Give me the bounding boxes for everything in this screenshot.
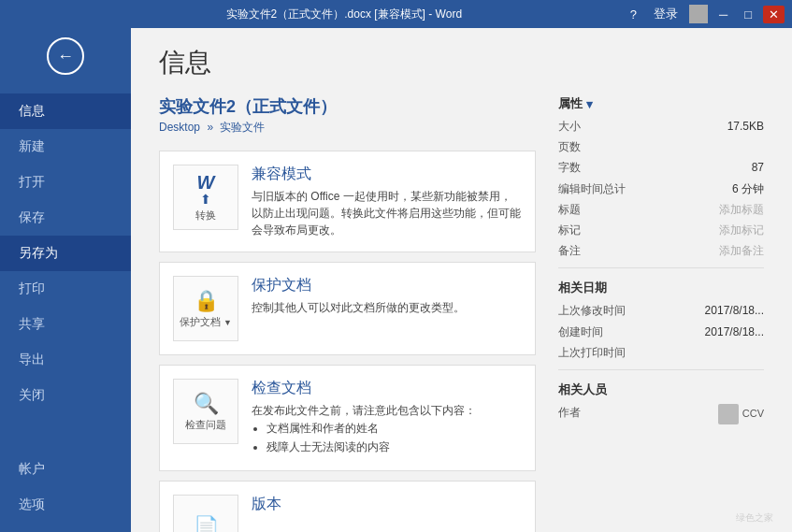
version-card: 📄 版本 <box>159 481 536 532</box>
inspect-card-content: 检查文档 在发布此文件之前，请注意此包含以下内容： 文档属性和作者的姓名 残障人… <box>252 379 476 457</box>
sidebar-item-account[interactable]: 帐户 <box>0 452 131 487</box>
page-section: 信息 实验文件2（正式文件） Desktop » 实验文件 <box>131 28 792 532</box>
compat-card: W ⬆ 转换 兼容模式 与旧版本的 Office 一起使用时，某些新功能被禁用，… <box>159 151 536 252</box>
inspect-card: 🔍 检查问题 检查文档 在发布此文件之前，请注意此包含以下内容： 文档属性和作者… <box>159 365 536 471</box>
sidebar-item-export[interactable]: 导出 <box>0 342 131 378</box>
prop-row-words: 字数 87 <box>558 159 764 177</box>
inspect-desc: 在发布此文件之前，请注意此包含以下内容： <box>252 402 476 419</box>
prop-row-printed: 上次打印时间 <box>558 344 764 362</box>
sidebar-bottom: 帐户 选项 <box>0 452 131 532</box>
inspect-title: 检查文档 <box>252 379 476 398</box>
sidebar-item-info[interactable]: 信息 <box>0 93 131 129</box>
back-button[interactable]: ← <box>47 37 84 75</box>
right-column: 属性 ▾ 大小 17.5KB 页数 字数 8 <box>558 95 764 532</box>
protect-icon-label: 保护文档 ▼ <box>180 315 232 329</box>
inspect-list-item-2: 残障人士无法阅读的内容 <box>266 438 476 456</box>
protect-icon: 🔒 <box>194 289 219 313</box>
properties-section-title: 属性 ▾ <box>558 95 764 112</box>
prop-row-size: 大小 17.5KB <box>558 118 764 136</box>
author-avatar-icon <box>718 404 739 424</box>
compat-card-content: 兼容模式 与旧版本的 Office 一起使用时，某些新功能被禁用，以防止出现问题… <box>252 165 522 238</box>
restore-button[interactable]: □ <box>739 6 757 23</box>
prop-row-author: 作者 CCV <box>558 404 764 424</box>
doc-path: Desktop » 实验文件 <box>159 120 536 136</box>
inspect-list-item-1: 文档属性和作者的姓名 <box>266 419 476 438</box>
sidebar-item-close[interactable]: 关闭 <box>0 378 131 413</box>
prop-row-created: 创建时间 2017/8/18... <box>558 324 764 341</box>
prop-row-edittime: 编辑时间总计 6 分钟 <box>558 180 764 198</box>
title-bar-controls: ? 登录 ─ □ ✕ <box>625 4 785 24</box>
sidebar-item-save[interactable]: 保存 <box>0 200 131 236</box>
inspect-icon-label: 检查问题 <box>185 418 226 432</box>
sidebar: ← 信息 新建 打开 保存 另存为 打印 共享 导出 关闭 <box>0 28 131 532</box>
sidebar-item-new[interactable]: 新建 <box>0 129 131 165</box>
title-bar: 实验文件2（正式文件）.docx [兼容模式] - Word ? 登录 ─ □ … <box>0 0 792 28</box>
minimize-button[interactable]: ─ <box>713 6 733 23</box>
page-title: 信息 <box>159 45 764 80</box>
protect-card: 🔒 保护文档 ▼ 保护文档 控制其他人可以对此文档所做的更改类型。 <box>159 262 536 355</box>
divider-1 <box>558 267 764 268</box>
doc-title: 实验文件2（正式文件） <box>159 95 536 118</box>
app-body: ← 信息 新建 打开 保存 另存为 打印 共享 导出 关闭 <box>0 28 792 532</box>
sidebar-item-share[interactable]: 共享 <box>0 307 131 342</box>
compat-title: 兼容模式 <box>252 165 522 184</box>
protect-icon-wrap[interactable]: 🔒 保护文档 ▼ <box>173 276 238 341</box>
prop-row-tag: 标记 添加标记 <box>558 222 764 239</box>
version-icon: 📄 <box>194 515 219 532</box>
sidebar-item-open[interactable]: 打开 <box>0 165 131 200</box>
sidebar-item-options[interactable]: 选项 <box>0 487 131 523</box>
compat-icon-wrap[interactable]: W ⬆ 转换 <box>173 165 238 230</box>
compat-icon-label: 转换 <box>195 208 216 223</box>
sidebar-item-saveas[interactable]: 另存为 <box>0 236 131 271</box>
content-scroll[interactable]: 信息 实验文件2（正式文件） Desktop » 实验文件 <box>131 28 792 532</box>
protect-desc: 控制其他人可以对此文档所做的更改类型。 <box>252 299 465 316</box>
version-icon-wrap[interactable]: 📄 <box>173 495 238 532</box>
user-avatar-icon <box>689 5 708 23</box>
inspect-icon-wrap[interactable]: 🔍 检查问题 <box>173 379 238 444</box>
prop-row-notes: 备注 添加备注 <box>558 242 764 260</box>
protect-title: 保护文档 <box>252 276 465 295</box>
prop-row-pages: 页数 <box>558 138 764 156</box>
compat-icon: W ⬆ <box>197 173 215 207</box>
help-button[interactable]: ? <box>625 6 642 23</box>
dates-section-title: 相关日期 <box>558 280 764 296</box>
version-card-content: 版本 <box>252 495 281 518</box>
divider-2 <box>558 369 764 370</box>
inspect-icon: 🔍 <box>194 392 219 416</box>
page-title-section: 信息 <box>159 45 764 80</box>
version-title: 版本 <box>252 495 281 514</box>
content-columns: 实验文件2（正式文件） Desktop » 实验文件 W ⬆ <box>159 95 764 532</box>
inspect-list: 文档属性和作者的姓名 残障人士无法阅读的内容 <box>266 419 476 457</box>
sidebar-item-print[interactable]: 打印 <box>0 271 131 307</box>
title-bar-title: 实验文件2（正式文件）.docx [兼容模式] - Word <box>64 7 625 22</box>
people-section-title: 相关人员 <box>558 381 764 398</box>
left-column: 实验文件2（正式文件） Desktop » 实验文件 W ⬆ <box>159 95 536 532</box>
login-button[interactable]: 登录 <box>648 4 684 24</box>
close-button[interactable]: ✕ <box>763 6 785 23</box>
content-area: 信息 实验文件2（正式文件） Desktop » 实验文件 <box>131 28 792 532</box>
protect-dropdown-arrow: ▼ <box>223 318 232 327</box>
doc-path-folder: 实验文件 <box>220 121 265 134</box>
prop-row-modified: 上次修改时间 2017/8/18... <box>558 302 764 320</box>
protect-card-content: 保护文档 控制其他人可以对此文档所做的更改类型。 <box>252 276 465 316</box>
compat-desc: 与旧版本的 Office 一起使用时，某些新功能被禁用，以防止出现问题。转换此文… <box>252 188 522 238</box>
back-icon: ← <box>57 47 74 66</box>
prop-row-title: 标题 添加标题 <box>558 201 764 219</box>
